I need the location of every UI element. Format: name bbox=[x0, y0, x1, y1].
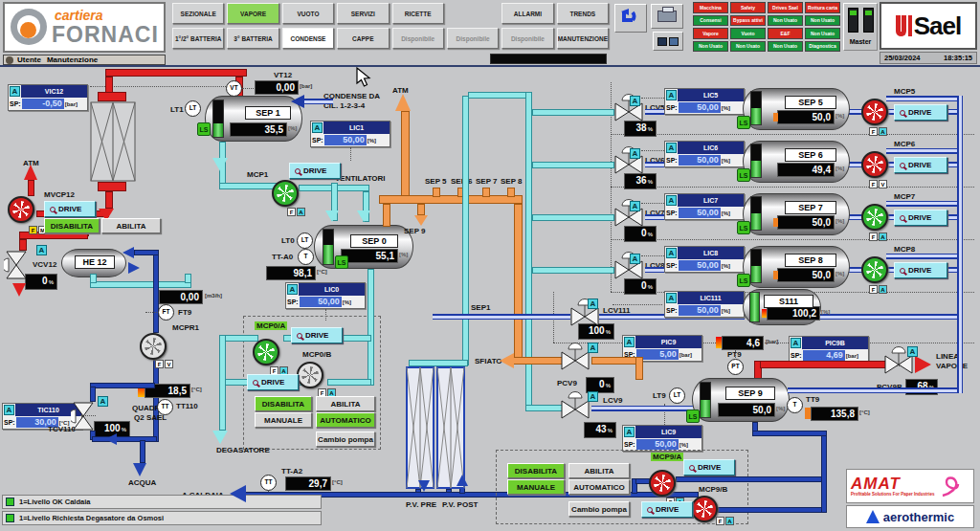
alarm-nonusato-1[interactable]: Non Usato bbox=[768, 15, 803, 27]
pump-mcp6[interactable] bbox=[861, 151, 888, 178]
chip-f[interactable]: F bbox=[155, 360, 164, 368]
alarm-nonusato-3[interactable]: Non Usato bbox=[805, 28, 840, 39]
mode-chips-mcp6[interactable]: FV bbox=[869, 180, 887, 188]
tab-batteria3[interactable]: 3° BATTERIA bbox=[227, 28, 278, 49]
valve-vcv12[interactable] bbox=[4, 249, 29, 281]
auto-button-lic1[interactable]: A bbox=[312, 122, 323, 133]
disabilita-button-mcp9[interactable]: DISABILITA bbox=[507, 463, 565, 478]
auto-button-vic12[interactable]: A bbox=[10, 86, 20, 97]
auto-button-lcv5[interactable]: A bbox=[630, 96, 640, 106]
pump-mcp5[interactable] bbox=[861, 99, 888, 125]
lic0-sp-value[interactable]: 50,00 bbox=[300, 297, 342, 307]
print-button[interactable] bbox=[651, 4, 683, 29]
pump-mcp1[interactable] bbox=[272, 180, 299, 207]
alarm-nonusato-6[interactable]: Non Usato bbox=[768, 41, 803, 53]
pump-mcp7[interactable] bbox=[861, 204, 888, 231]
auto-button-pcv9b[interactable]: A bbox=[907, 346, 918, 357]
auto-button-lcv9[interactable]: A bbox=[588, 391, 598, 402]
drive-button-mcp0b[interactable]: DRIVE bbox=[247, 374, 299, 390]
drive-button-mcp8[interactable]: DRIVE bbox=[894, 262, 947, 278]
pump-mvcp12[interactable] bbox=[8, 196, 34, 223]
ls-sep0[interactable]: LS bbox=[335, 255, 348, 269]
chip-f[interactable]: F bbox=[287, 208, 296, 216]
cambio-pompa-button-mcp9[interactable]: Cambio pompa bbox=[568, 501, 630, 517]
tab-allarmi[interactable]: ALLARMI bbox=[501, 3, 553, 24]
auto-button-pic9[interactable]: A bbox=[624, 337, 635, 347]
chip-f[interactable]: F bbox=[869, 285, 878, 294]
tab-sezionale[interactable]: SEZIONALE bbox=[172, 3, 224, 24]
valve-pcv9[interactable] bbox=[559, 341, 591, 379]
lic111-sp-value[interactable]: 50,00 bbox=[679, 305, 721, 316]
alarm-drives-sael[interactable]: Drives Sael bbox=[768, 2, 803, 13]
tab-vapore[interactable]: VAPORE bbox=[227, 3, 278, 24]
tab-batteria12[interactable]: 1°/2° BATTERIA bbox=[172, 28, 224, 49]
ls-sep6[interactable]: LS bbox=[737, 168, 750, 182]
alarm-vuoto[interactable]: Vuoto bbox=[730, 28, 766, 39]
chip-v[interactable]: V bbox=[165, 360, 173, 368]
mode-chips-mcp5[interactable]: FA bbox=[869, 127, 887, 136]
drive-button-mcp7[interactable]: DRIVE bbox=[894, 210, 947, 226]
drive-button-mcp0a[interactable]: DRIVE bbox=[291, 327, 343, 343]
auto-button-lic6[interactable]: A bbox=[666, 143, 677, 153]
lic7-sp-value[interactable]: 50,00 bbox=[679, 208, 721, 218]
ls-sep7[interactable]: LS bbox=[737, 221, 750, 234]
chip-f[interactable]: F bbox=[716, 517, 724, 525]
chip-f[interactable]: F bbox=[29, 226, 37, 234]
chip-v[interactable]: V bbox=[879, 180, 887, 188]
auto-button-vcv12[interactable]: A bbox=[36, 245, 47, 255]
mode-chips-mcp9b[interactable]: FA bbox=[716, 517, 734, 525]
chip-f[interactable]: F bbox=[869, 232, 878, 241]
ls-sep8[interactable]: LS bbox=[737, 274, 750, 287]
alarm-safety[interactable]: Safety bbox=[730, 2, 766, 13]
tab-cappe[interactable]: CAPPE bbox=[337, 28, 389, 49]
alarm-rottura-carta[interactable]: Rottura carta bbox=[805, 2, 840, 13]
alarm-nonusato-2[interactable]: Non Usato bbox=[805, 15, 840, 27]
chip-f[interactable]: F bbox=[869, 127, 878, 136]
disabilita-button-mcp0[interactable]: DISABILITA bbox=[255, 396, 312, 411]
chip-a[interactable]: A bbox=[879, 127, 887, 136]
alarm-bypass[interactable]: Bypass attivi bbox=[730, 15, 766, 27]
auto-button-lcv6[interactable]: A bbox=[630, 148, 640, 159]
auto-button-lic5[interactable]: A bbox=[666, 90, 677, 100]
auto-button-pic9b[interactable]: A bbox=[791, 338, 801, 348]
ls-sep1[interactable]: LS bbox=[197, 122, 211, 136]
drive-button-mcp9b[interactable]: DRIVE bbox=[641, 501, 693, 518]
tab-ricette[interactable]: RICETTE bbox=[392, 3, 444, 24]
mode-chips-mcp8[interactable]: FA bbox=[869, 285, 887, 294]
pump-mcp8[interactable] bbox=[861, 256, 888, 283]
ls-sep5[interactable]: LS bbox=[737, 116, 750, 129]
abilita-button-mcp0[interactable]: ABILITA bbox=[316, 396, 375, 411]
chip-a[interactable]: A bbox=[725, 517, 734, 525]
alarm-macchina[interactable]: Macchina bbox=[693, 2, 728, 13]
auto-button-lcv111[interactable]: A bbox=[588, 299, 598, 309]
valve-tcv110[interactable] bbox=[71, 400, 96, 432]
tab-vuoto[interactable]: VUOTO bbox=[282, 3, 334, 24]
abilita-button-mcp9[interactable]: ABILITA bbox=[568, 463, 630, 478]
tab-trends[interactable]: TRENDS bbox=[557, 3, 609, 24]
mode-chips-mcp7[interactable]: FA bbox=[869, 232, 887, 241]
auto-button-tic110[interactable]: A bbox=[4, 405, 14, 415]
pump-mcp0b[interactable] bbox=[297, 362, 323, 388]
vic12-sp-value[interactable]: -0,50 bbox=[22, 99, 64, 109]
automatico-button-mcp9[interactable]: AUTOMATICO bbox=[568, 479, 630, 495]
chip-a[interactable]: A bbox=[879, 285, 887, 294]
lic8-sp-value[interactable]: 50,00 bbox=[679, 260, 721, 271]
valve-lcv9[interactable] bbox=[559, 389, 591, 428]
abilita-button-mvcp12[interactable]: ABILITA bbox=[101, 218, 161, 233]
mode-chips-mcp1[interactable]: FA bbox=[287, 208, 305, 216]
alarm-nonusato-5[interactable]: Non Usato bbox=[730, 41, 766, 53]
drive-button-mcp5[interactable]: DRIVE bbox=[894, 104, 947, 121]
auto-button-lcv8[interactable]: A bbox=[630, 254, 640, 264]
alarm-nonusato-4[interactable]: Non Usato bbox=[693, 41, 728, 53]
chip-a[interactable]: A bbox=[297, 208, 305, 216]
drive-button-mcp6[interactable]: DRIVE bbox=[894, 157, 947, 173]
tab-condense[interactable]: CONDENSE bbox=[282, 28, 334, 49]
manuale-button-mcp0[interactable]: MANUALE bbox=[255, 412, 312, 428]
cambio-pompa-button-mcp0[interactable]: Cambio pompa bbox=[316, 431, 375, 447]
mode-chips-mcpr1[interactable]: FV bbox=[155, 360, 173, 368]
auto-button-lcv7[interactable]: A bbox=[630, 201, 640, 211]
drive-button-mcp1[interactable]: DRIVE bbox=[289, 163, 341, 179]
auto-button-lic7[interactable]: A bbox=[666, 195, 677, 206]
tab-manutenzione[interactable]: MANUTENZIONE bbox=[557, 28, 609, 49]
disabilita-button-mvcp12[interactable]: DISABILITA bbox=[44, 218, 100, 233]
